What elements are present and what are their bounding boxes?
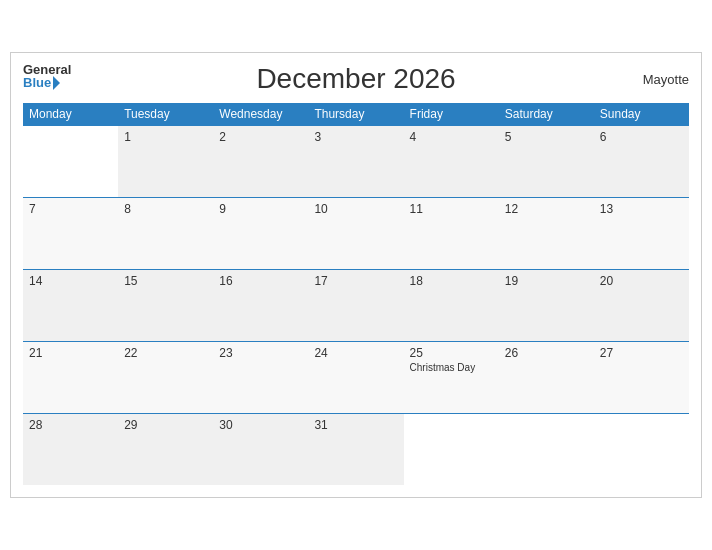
calendar-cell: 24	[308, 341, 403, 413]
calendar-cell: 3	[308, 125, 403, 197]
day-number: 21	[29, 346, 112, 360]
day-number: 18	[410, 274, 493, 288]
calendar-cell: 21	[23, 341, 118, 413]
day-number: 27	[600, 346, 683, 360]
calendar-cell: 2	[213, 125, 308, 197]
day-event: Christmas Day	[410, 362, 493, 373]
calendar-cell: 16	[213, 269, 308, 341]
day-number: 10	[314, 202, 397, 216]
calendar-cell	[499, 413, 594, 485]
header-wednesday: Wednesday	[213, 103, 308, 126]
weekday-header-row: Monday Tuesday Wednesday Thursday Friday…	[23, 103, 689, 126]
day-number: 25	[410, 346, 493, 360]
calendar-cell: 18	[404, 269, 499, 341]
day-number: 22	[124, 346, 207, 360]
calendar-cell: 1	[118, 125, 213, 197]
header-sunday: Sunday	[594, 103, 689, 126]
calendar-cell: 8	[118, 197, 213, 269]
calendar-cell: 5	[499, 125, 594, 197]
day-number: 7	[29, 202, 112, 216]
day-number: 30	[219, 418, 302, 432]
calendar-week-2: 78910111213	[23, 197, 689, 269]
calendar-cell: 4	[404, 125, 499, 197]
day-number: 19	[505, 274, 588, 288]
header-tuesday: Tuesday	[118, 103, 213, 126]
day-number: 29	[124, 418, 207, 432]
calendar-week-5: 28293031	[23, 413, 689, 485]
logo-blue-text: Blue	[23, 76, 71, 90]
calendar-cell: 19	[499, 269, 594, 341]
calendar-cell	[594, 413, 689, 485]
calendar-cell: 11	[404, 197, 499, 269]
day-number: 14	[29, 274, 112, 288]
day-number: 1	[124, 130, 207, 144]
calendar-cell	[404, 413, 499, 485]
calendar-cell: 9	[213, 197, 308, 269]
day-number: 26	[505, 346, 588, 360]
calendar-cell: 25Christmas Day	[404, 341, 499, 413]
day-number: 8	[124, 202, 207, 216]
calendar-week-3: 14151617181920	[23, 269, 689, 341]
day-number: 13	[600, 202, 683, 216]
calendar-cell: 20	[594, 269, 689, 341]
calendar-week-1: 123456	[23, 125, 689, 197]
calendar-cell: 14	[23, 269, 118, 341]
calendar-cell: 6	[594, 125, 689, 197]
calendar-cell: 26	[499, 341, 594, 413]
calendar-wrapper: General Blue December 2026 Mayotte Monda…	[10, 52, 702, 499]
calendar-cell: 7	[23, 197, 118, 269]
day-number: 20	[600, 274, 683, 288]
day-number: 5	[505, 130, 588, 144]
day-number: 11	[410, 202, 493, 216]
calendar-cell: 12	[499, 197, 594, 269]
day-number: 15	[124, 274, 207, 288]
header-thursday: Thursday	[308, 103, 403, 126]
calendar-week-4: 2122232425Christmas Day2627	[23, 341, 689, 413]
header-saturday: Saturday	[499, 103, 594, 126]
calendar-title: December 2026	[256, 63, 455, 95]
day-number: 3	[314, 130, 397, 144]
logo-triangle-icon	[53, 76, 60, 90]
day-number: 12	[505, 202, 588, 216]
calendar-cell: 13	[594, 197, 689, 269]
calendar-cell: 27	[594, 341, 689, 413]
day-number: 23	[219, 346, 302, 360]
region-label: Mayotte	[643, 71, 689, 86]
logo-general-text: General	[23, 63, 71, 76]
day-number: 24	[314, 346, 397, 360]
calendar-cell: 10	[308, 197, 403, 269]
calendar-header: General Blue December 2026 Mayotte	[23, 63, 689, 95]
day-number: 16	[219, 274, 302, 288]
calendar-cell: 15	[118, 269, 213, 341]
day-number: 31	[314, 418, 397, 432]
calendar-cell: 17	[308, 269, 403, 341]
calendar-cell: 31	[308, 413, 403, 485]
day-number: 6	[600, 130, 683, 144]
day-number: 4	[410, 130, 493, 144]
logo: General Blue	[23, 63, 71, 90]
header-monday: Monday	[23, 103, 118, 126]
day-number: 17	[314, 274, 397, 288]
calendar-cell: 28	[23, 413, 118, 485]
calendar-cell: 30	[213, 413, 308, 485]
calendar-cell	[23, 125, 118, 197]
calendar-cell: 23	[213, 341, 308, 413]
calendar-grid: Monday Tuesday Wednesday Thursday Friday…	[23, 103, 689, 486]
header-friday: Friday	[404, 103, 499, 126]
day-number: 28	[29, 418, 112, 432]
day-number: 9	[219, 202, 302, 216]
day-number: 2	[219, 130, 302, 144]
calendar-cell: 22	[118, 341, 213, 413]
calendar-cell: 29	[118, 413, 213, 485]
